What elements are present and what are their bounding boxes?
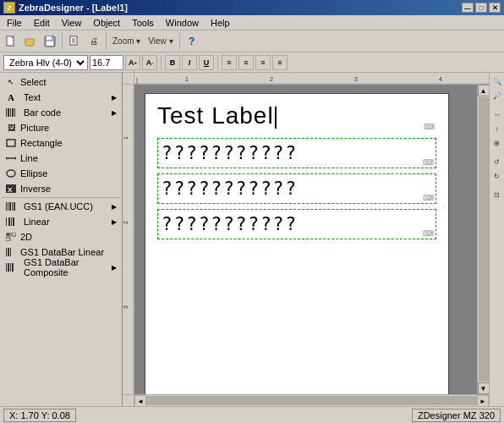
ruler-top-inner: | 1 2 3 4 <box>134 73 489 84</box>
side-btn-6[interactable]: ↺ <box>490 155 504 168</box>
main-layout: ↖ Select A Text ▶ Bar code ▶ 🖼 Picture <box>0 73 504 406</box>
sidebar-label-gs1-composite: GS1 DataBar Composite <box>24 257 112 277</box>
2d-icon <box>5 231 17 243</box>
svg-text:4: 4 <box>439 76 442 82</box>
help-button[interactable]: ? <box>183 32 201 51</box>
font-name-dropdown[interactable]: Zebra Hlv (4-0) <box>3 55 88 70</box>
justify-button[interactable]: ≡ <box>272 55 288 70</box>
font-increase-button[interactable]: A+ <box>125 55 140 70</box>
close-button[interactable]: ✕ <box>489 3 501 13</box>
menu-object[interactable]: Object <box>88 17 125 29</box>
barcode-arrow-icon: ▶ <box>112 109 117 117</box>
scroll-right-button[interactable]: ► <box>477 395 489 406</box>
svg-text:|: | <box>136 77 138 84</box>
side-btn-4[interactable]: ↕ <box>490 122 504 135</box>
svg-rect-12 <box>10 108 11 117</box>
side-btn-5[interactable]: ⊞ <box>490 136 504 150</box>
side-btn-7[interactable]: ↻ <box>490 169 504 183</box>
side-btn-8[interactable]: ⊡ <box>490 188 504 201</box>
sidebar-divider1 <box>2 197 120 198</box>
svg-text:2: 2 <box>270 76 273 82</box>
svg-rect-4 <box>47 36 52 40</box>
menu-tools[interactable]: Tools <box>127 17 159 29</box>
sidebar-label-gs1-linear: GS1 DataBar Linear <box>20 247 104 257</box>
title-bar-controls[interactable]: — □ ✕ <box>462 3 501 13</box>
svg-rect-14 <box>14 108 15 117</box>
fmt-separator2 <box>217 55 218 70</box>
sidebar-item-text[interactable]: A Text ▶ <box>2 90 120 105</box>
title-bar: Z ZebraDesigner - [Label1] — □ ✕ <box>0 0 504 15</box>
text-arrow-icon: ▶ <box>112 94 117 102</box>
svg-point-17 <box>6 157 8 160</box>
restore-button[interactable]: □ <box>475 3 487 13</box>
side-icons: 🔍 🔎 ↔ ↕ ⊞ ↺ ↻ ⊡ <box>489 73 504 406</box>
svg-rect-36 <box>8 248 9 256</box>
svg-text:2: 2 <box>123 221 129 224</box>
print-preview-button[interactable] <box>65 32 84 51</box>
sidebar-item-barcode[interactable]: Bar code ▶ <box>2 105 120 120</box>
bold-button[interactable]: B <box>165 55 180 70</box>
sidebar-label-barcode: Bar code <box>24 107 61 118</box>
menu-view[interactable]: View <box>57 17 87 29</box>
sidebar-item-line[interactable]: Line <box>2 151 120 166</box>
font-size-input[interactable] <box>90 55 123 70</box>
sidebar-label-line: Line <box>20 153 38 163</box>
open-button[interactable] <box>21 32 40 51</box>
sidebar-item-rectangle[interactable]: Rectangle <box>2 135 120 151</box>
sidebar-item-ellipse[interactable]: Ellipse <box>2 166 120 181</box>
menu-window[interactable]: Window <box>161 17 204 29</box>
new-button[interactable] <box>2 32 20 51</box>
label-title-mark: ⌨ <box>424 123 435 131</box>
sidebar-item-gs1-ean[interactable]: GS1 (EAN.UCC) ▶ <box>2 199 120 214</box>
svg-rect-40 <box>10 263 11 272</box>
svg-rect-39 <box>8 263 9 272</box>
sidebar-item-2d[interactable]: 2D <box>2 229 120 244</box>
minimize-button[interactable]: — <box>462 3 474 13</box>
svg-rect-13 <box>12 108 14 117</box>
sidebar-item-inverse[interactable]: X Inverse <box>2 181 120 196</box>
align-right-button[interactable]: ≡ <box>255 55 271 70</box>
font-decrease-button[interactable]: A- <box>142 55 157 70</box>
label-title-row: Test Label ⌨ <box>157 102 436 129</box>
italic-button[interactable]: I <box>182 55 197 70</box>
ruler-left: 1 2 3 <box>123 85 134 394</box>
scroll-down-button[interactable]: ▼ <box>478 382 490 394</box>
sidebar-label-2d: 2D <box>20 232 32 242</box>
svg-text:1: 1 <box>185 76 189 82</box>
side-btn-1[interactable]: 🔍 <box>490 74 504 88</box>
svg-rect-41 <box>12 263 14 272</box>
side-btn-2[interactable]: 🔎 <box>490 89 504 102</box>
save-button[interactable] <box>41 32 59 51</box>
svg-rect-25 <box>12 202 13 211</box>
barcode-text-2: ??????????? <box>162 179 298 199</box>
scroll-thumb-horizontal[interactable] <box>146 396 477 405</box>
scroll-left-button[interactable]: ◄ <box>134 395 146 406</box>
print-button[interactable]: 🖨 <box>85 32 103 51</box>
toolbar1: 🖨 Zoom ▾ View ▾ ? <box>0 30 504 52</box>
align-center-button[interactable]: ≡ <box>238 55 254 70</box>
menu-edit[interactable]: Edit <box>29 17 55 29</box>
sidebar-item-select[interactable]: ↖ Select <box>2 74 120 90</box>
barcode-row-3: ??????????? ⌨ <box>157 209 436 239</box>
sidebar-item-gs1-composite[interactable]: GS1 DataBar Composite ▶ <box>2 260 120 275</box>
barcode-mark-2: ⌨ <box>423 194 434 202</box>
underline-button[interactable]: U <box>199 55 214 70</box>
align-left-button[interactable]: ≡ <box>222 55 237 70</box>
scroll-thumb-vertical[interactable] <box>479 97 489 382</box>
svg-rect-24 <box>9 202 11 211</box>
side-btn-3[interactable]: ↔ <box>490 107 504 121</box>
menu-help[interactable]: Help <box>205 17 235 29</box>
canvas-scroll[interactable]: Test Label ⌨ ??????????? ⌨ ??????????? ⌨ <box>134 85 477 394</box>
picture-icon: 🖼 <box>5 122 17 134</box>
fmt-separator1 <box>161 55 162 70</box>
svg-text:X: X <box>8 186 13 193</box>
sidebar-item-linear[interactable]: Linear ▶ <box>2 214 120 229</box>
sidebar-label-gs1-ean: GS1 (EAN.UCC) <box>24 201 93 212</box>
line-icon <box>5 152 17 164</box>
sidebar-item-picture[interactable]: 🖼 Picture <box>2 120 120 135</box>
scroll-up-button[interactable]: ▲ <box>478 85 490 96</box>
gs1-composite-icon <box>5 261 17 273</box>
scrollbar-vertical[interactable]: ▲ ▼ <box>477 85 489 394</box>
menu-file[interactable]: File <box>2 17 27 29</box>
text-icon: A <box>5 91 17 103</box>
